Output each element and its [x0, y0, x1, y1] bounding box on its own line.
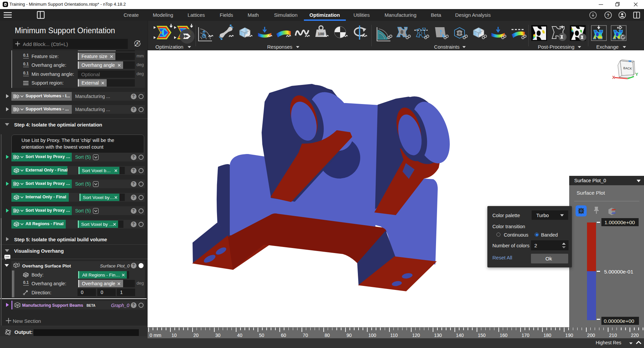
svg-text:X: X: [612, 75, 615, 80]
svg-text:Y: Y: [635, 72, 638, 77]
svg-text:?: ?: [607, 13, 609, 18]
svg-text:A: A: [136, 41, 139, 45]
svg-text:100: 100: [318, 32, 324, 36]
svg-text:BACK: BACK: [623, 66, 632, 70]
